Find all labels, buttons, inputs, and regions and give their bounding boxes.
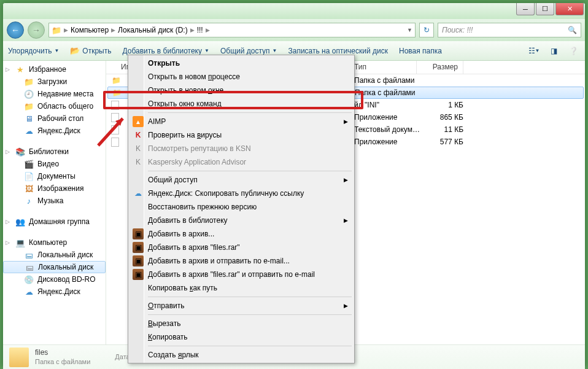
nav-item-bd-drive[interactable]: 💿Дисковод BD-RO	[3, 273, 106, 285]
context-menu-label: Добавить в библиотеку	[148, 216, 228, 225]
close-button[interactable]: ✕	[555, 3, 584, 15]
context-menu[interactable]: ОткрытьОткрыть в новом процессеОткрыть в…	[128, 55, 355, 363]
file-size: 865 КБ	[422, 113, 468, 122]
folder-large-icon	[9, 348, 29, 367]
documents-icon: 📄	[24, 171, 34, 181]
nav-item-yandex-disk-drive[interactable]: ☁Яндекс.Диск	[3, 285, 106, 298]
breadcrumb-segment[interactable]: !!!	[197, 26, 203, 34]
nav-item-local-disk-d[interactable]: 🖴Локальный диск	[3, 261, 106, 273]
file-icon	[111, 125, 119, 134]
chevron-right-icon: ▶	[64, 27, 68, 33]
context-menu-item[interactable]: Восстановить прежнюю версию	[130, 200, 353, 214]
file-type: Приложение	[354, 113, 422, 122]
navigation-pane[interactable]: ▷★Избранное 📁Загрузки 🕘Недавние места 📁О…	[3, 61, 106, 344]
file-type: Папка с файлами	[355, 88, 422, 97]
context-menu-label: Добавить в архив...	[148, 230, 214, 238]
kasp-icon: K	[133, 130, 144, 141]
chevron-down-icon[interactable]: ▼	[407, 27, 412, 33]
nav-item-yandex-disk[interactable]: ☁Яндекс.Диск	[3, 125, 106, 137]
hdd-icon: 🖴	[24, 250, 34, 260]
submenu-arrow-icon: ▶	[344, 177, 348, 183]
nav-bar: ← → 📁 ▶ Компьютер ▶ Локальный диск (D:) …	[3, 19, 585, 41]
expand-icon: ▷	[6, 239, 12, 246]
context-menu-item[interactable]: Добавить в библиотеку▶	[130, 214, 353, 227]
burn-button[interactable]: Записать на оптический диск	[288, 47, 388, 55]
folder-icon: 📁	[111, 76, 121, 85]
column-size[interactable]: Размер	[417, 61, 463, 74]
refresh-button[interactable]: ↻	[419, 23, 434, 37]
chevron-right-icon: ▶	[111, 27, 115, 33]
nav-item-local-disk-c[interactable]: 🖴Локальный диск	[3, 249, 106, 261]
context-menu-label: Яндекс.Диск: Скопировать публичную ссылк…	[148, 189, 304, 198]
context-menu-label: Создать ярлык	[148, 351, 199, 359]
context-menu-item[interactable]: Открыть	[130, 56, 353, 70]
nav-item-recent[interactable]: 🕘Недавние места	[3, 88, 106, 100]
context-menu-separator	[148, 314, 352, 315]
context-menu-item[interactable]: Открыть в новом окне	[130, 84, 353, 97]
preview-pane-button[interactable]: ◨	[547, 44, 560, 58]
breadcrumb-segment[interactable]: Локальный диск (D:)	[118, 26, 188, 34]
context-menu-item[interactable]: Копировать как путь	[130, 281, 353, 295]
file-icon	[111, 113, 119, 122]
folder-icon: 📁	[112, 88, 122, 98]
titlebar[interactable]: ─ ☐ ✕	[3, 3, 585, 19]
context-menu-item[interactable]: ▣Добавить в архив "files.rar"	[130, 241, 353, 254]
nav-computer-header[interactable]: ▷💻Компьютер	[3, 236, 106, 249]
disc-icon: 💿	[24, 274, 34, 284]
context-menu-label: Открыть окно команд	[148, 99, 222, 108]
context-menu-item[interactable]: Вырезать	[130, 317, 353, 330]
open-button[interactable]: 📂Открыть	[70, 46, 111, 56]
context-menu-item[interactable]: Создать ярлык	[130, 348, 353, 362]
context-menu-label: Копировать	[148, 333, 188, 341]
music-icon: ♪	[24, 196, 34, 206]
context-menu-item[interactable]: Открыть окно команд	[130, 97, 353, 111]
nav-item-music[interactable]: ♪Музыка	[3, 195, 106, 207]
nav-item-pictures[interactable]: 🖼Изображения	[3, 182, 106, 195]
context-menu-item[interactable]: ▣Добавить в архив...	[130, 227, 353, 241]
view-options-button[interactable]: ☷ ▼	[527, 44, 541, 58]
folder-open-icon: 📂	[70, 46, 80, 56]
nav-libraries-header[interactable]: ▷📚Библиотеки	[3, 146, 106, 158]
address-bar[interactable]: 📁 ▶ Компьютер ▶ Локальный диск (D:) ▶ !!…	[48, 23, 416, 37]
yd-icon: ☁	[133, 188, 144, 199]
maximize-button[interactable]: ☐	[536, 3, 554, 15]
context-menu-label: Добавить в архив и отправить по e-mail..…	[148, 257, 290, 265]
nav-favorites-header[interactable]: ▷★Избранное	[3, 63, 106, 76]
nav-homegroup-header[interactable]: ▷👥Домашняя группа	[3, 216, 106, 228]
file-type: йл "INI"	[354, 101, 422, 109]
context-menu-label: Добавить в архив "files.rar"	[148, 243, 240, 252]
column-type[interactable]: Тип	[349, 61, 417, 74]
new-folder-button[interactable]: Новая папка	[399, 47, 442, 55]
context-menu-item[interactable]: Открыть в новом процессе	[130, 70, 353, 84]
context-menu-item[interactable]: KПроверить на вирусы	[130, 128, 353, 142]
context-menu-item[interactable]: ☁Яндекс.Диск: Скопировать публичную ссыл…	[130, 187, 353, 200]
context-menu-item[interactable]: Общий доступ▶	[130, 173, 353, 187]
file-type: Текстовый докум…	[354, 125, 422, 134]
chevron-right-icon: ▶	[190, 27, 195, 33]
context-menu-label: AIMP	[148, 117, 166, 126]
context-menu-label: Добавить в архив "files.rar" и отправить…	[148, 270, 315, 279]
search-placeholder: Поиск: !!!	[442, 26, 473, 34]
nav-item-desktop[interactable]: 🖥Рабочий стол	[3, 112, 106, 125]
context-menu-item[interactable]: ▣Добавить в архив "files.rar" и отправит…	[130, 268, 353, 281]
nav-item-video[interactable]: 🎬Видео	[3, 158, 106, 170]
organize-button[interactable]: Упорядочить ▼	[8, 47, 59, 55]
context-menu-item[interactable]: ▲AIMP▶	[130, 115, 353, 128]
search-input[interactable]: Поиск: !!! 🔍	[438, 23, 581, 37]
context-menu-item[interactable]: Копировать	[130, 330, 353, 344]
back-button[interactable]: ←	[7, 21, 24, 39]
forward-button[interactable]: →	[28, 21, 45, 39]
file-size: 577 КБ	[422, 138, 468, 146]
submenu-arrow-icon: ▶	[344, 118, 348, 125]
minimize-button[interactable]: ─	[516, 3, 535, 15]
context-menu-item[interactable]: Отправить▶	[130, 299, 353, 313]
nav-item-public[interactable]: 📁Область общего	[3, 100, 106, 112]
chevron-down-icon: ▼	[273, 48, 277, 53]
breadcrumb-segment[interactable]: Компьютер	[71, 26, 109, 34]
nav-item-documents[interactable]: 📄Документы	[3, 170, 106, 182]
add-library-button[interactable]: Добавить в библиотеку ▼	[122, 47, 209, 55]
help-button[interactable]: ❔	[567, 44, 580, 58]
nav-item-downloads[interactable]: 📁Загрузки	[3, 76, 106, 88]
share-button[interactable]: Общий доступ ▼	[220, 47, 277, 55]
context-menu-item[interactable]: ▣Добавить в архив и отправить по e-mail.…	[130, 254, 353, 268]
